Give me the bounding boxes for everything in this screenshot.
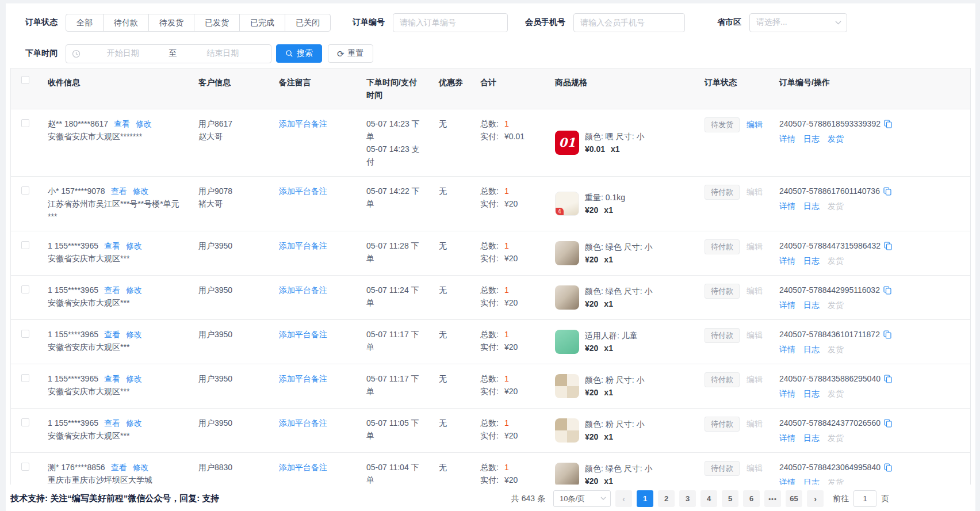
page-button-2[interactable]: 2 bbox=[658, 490, 675, 507]
status-filter-closed[interactable]: 已关闭 bbox=[285, 14, 331, 32]
more-pages-button[interactable]: ••• bbox=[764, 490, 781, 507]
order-no-input[interactable] bbox=[393, 13, 508, 32]
edit-status-link[interactable]: 编辑 bbox=[747, 419, 763, 428]
ship-link[interactable]: 发货 bbox=[828, 256, 844, 265]
status-filter-shipped[interactable]: 已发货 bbox=[194, 14, 240, 32]
page-button-4[interactable]: 4 bbox=[700, 490, 717, 507]
page-button-5[interactable]: 5 bbox=[722, 490, 738, 507]
copy-icon[interactable] bbox=[883, 187, 891, 196]
add-note-link[interactable]: 添加平台备注 bbox=[279, 186, 327, 196]
modify-link[interactable]: 修改 bbox=[136, 119, 152, 128]
page-button-last[interactable]: 65 bbox=[786, 490, 802, 507]
ship-link[interactable]: 发货 bbox=[828, 345, 844, 354]
ship-link[interactable]: 发货 bbox=[828, 433, 844, 443]
row-checkbox[interactable] bbox=[21, 418, 29, 426]
edit-status-link[interactable]: 编辑 bbox=[747, 242, 763, 251]
region-select[interactable]: 请选择... bbox=[749, 13, 847, 32]
page-button-3[interactable]: 3 bbox=[679, 490, 696, 507]
page-button-6[interactable]: 6 bbox=[743, 490, 760, 507]
log-link[interactable]: 日志 bbox=[803, 389, 820, 398]
modify-link[interactable]: 修改 bbox=[133, 463, 149, 472]
row-checkbox[interactable] bbox=[21, 285, 29, 293]
copy-icon[interactable] bbox=[883, 286, 891, 295]
detail-link[interactable]: 详情 bbox=[779, 345, 795, 354]
edit-status-link[interactable]: 编辑 bbox=[747, 375, 763, 384]
add-note-link[interactable]: 添加平台备注 bbox=[279, 463, 327, 472]
search-button[interactable]: 搜索 bbox=[276, 44, 322, 63]
modify-link[interactable]: 修改 bbox=[126, 285, 142, 295]
order-number: 240507-5788423064995840 bbox=[779, 461, 881, 474]
log-link[interactable]: 日志 bbox=[803, 134, 820, 143]
view-link[interactable]: 查看 bbox=[104, 418, 120, 428]
page-size-select[interactable]: 10条/页 bbox=[553, 490, 611, 507]
reset-button[interactable]: ⟳ 重置 bbox=[328, 44, 373, 63]
member-phone-input[interactable] bbox=[573, 13, 685, 32]
copy-icon[interactable] bbox=[884, 419, 892, 428]
log-link[interactable]: 日志 bbox=[803, 478, 820, 485]
row-checkbox[interactable] bbox=[21, 374, 29, 382]
detail-link[interactable]: 详情 bbox=[779, 134, 795, 143]
edit-status-link[interactable]: 编辑 bbox=[747, 330, 763, 340]
detail-link[interactable]: 详情 bbox=[779, 389, 795, 398]
copy-icon[interactable] bbox=[884, 463, 892, 472]
log-link[interactable]: 日志 bbox=[803, 201, 820, 211]
ship-link[interactable]: 发货 bbox=[828, 300, 844, 310]
view-link[interactable]: 查看 bbox=[111, 186, 127, 196]
row-checkbox[interactable] bbox=[21, 463, 29, 471]
goto-page-input[interactable] bbox=[853, 490, 876, 507]
view-link[interactable]: 查看 bbox=[104, 241, 120, 250]
row-checkbox[interactable] bbox=[21, 330, 29, 338]
view-link[interactable]: 查看 bbox=[104, 285, 120, 295]
view-link[interactable]: 查看 bbox=[104, 330, 120, 339]
ship-link[interactable]: 发货 bbox=[828, 389, 844, 398]
view-link[interactable]: 查看 bbox=[104, 374, 120, 383]
select-all-checkbox[interactable] bbox=[21, 76, 29, 84]
edit-status-link[interactable]: 编辑 bbox=[747, 187, 763, 196]
edit-status-link[interactable]: 编辑 bbox=[747, 286, 763, 295]
row-checkbox[interactable] bbox=[21, 241, 29, 249]
next-page-button[interactable]: › bbox=[807, 490, 824, 507]
status-filter-completed[interactable]: 已完成 bbox=[239, 14, 285, 32]
copy-icon[interactable] bbox=[884, 375, 892, 383]
log-link[interactable]: 日志 bbox=[803, 256, 820, 265]
modify-link[interactable]: 修改 bbox=[126, 374, 142, 383]
detail-link[interactable]: 详情 bbox=[779, 478, 795, 485]
add-note-link[interactable]: 添加平台备注 bbox=[279, 418, 327, 428]
edit-status-link[interactable]: 编辑 bbox=[747, 120, 763, 129]
add-note-link[interactable]: 添加平台备注 bbox=[279, 374, 327, 383]
detail-link[interactable]: 详情 bbox=[779, 433, 795, 443]
status-filter-pending-payment[interactable]: 待付款 bbox=[103, 14, 149, 32]
copy-icon[interactable] bbox=[884, 242, 892, 250]
ship-link[interactable]: 发货 bbox=[828, 478, 844, 485]
ship-link[interactable]: 发货 bbox=[828, 201, 844, 211]
date-range-picker[interactable]: 开始日期 至 结束日期 bbox=[66, 44, 271, 63]
copy-icon[interactable] bbox=[883, 330, 891, 339]
log-link[interactable]: 日志 bbox=[803, 433, 820, 443]
ship-link[interactable]: 发货 bbox=[828, 134, 844, 143]
product-price: ¥20 bbox=[585, 388, 598, 397]
log-link[interactable]: 日志 bbox=[803, 345, 820, 354]
log-link[interactable]: 日志 bbox=[803, 300, 820, 310]
copy-icon[interactable] bbox=[884, 120, 892, 128]
prev-page-button[interactable]: ‹ bbox=[615, 490, 632, 507]
detail-link[interactable]: 详情 bbox=[779, 256, 795, 265]
add-note-link[interactable]: 添加平台备注 bbox=[279, 330, 327, 339]
add-note-link[interactable]: 添加平台备注 bbox=[279, 241, 327, 250]
status-filter-pending-shipment[interactable]: 待发货 bbox=[148, 14, 194, 32]
modify-link[interactable]: 修改 bbox=[133, 186, 149, 196]
page-button-1[interactable]: 1 bbox=[637, 490, 653, 507]
status-filter-all[interactable]: 全部 bbox=[66, 14, 104, 32]
detail-link[interactable]: 详情 bbox=[779, 201, 795, 211]
view-link[interactable]: 查看 bbox=[111, 463, 127, 472]
modify-link[interactable]: 修改 bbox=[126, 418, 142, 428]
add-note-link[interactable]: 添加平台备注 bbox=[279, 285, 327, 295]
add-note-link[interactable]: 添加平台备注 bbox=[279, 119, 327, 128]
row-checkbox[interactable] bbox=[21, 186, 29, 195]
view-link[interactable]: 查看 bbox=[114, 119, 130, 128]
modify-link[interactable]: 修改 bbox=[126, 330, 142, 339]
customer-id: 用户3950 bbox=[198, 372, 263, 385]
edit-status-link[interactable]: 编辑 bbox=[747, 463, 763, 472]
row-checkbox[interactable] bbox=[21, 119, 29, 127]
modify-link[interactable]: 修改 bbox=[126, 241, 142, 250]
detail-link[interactable]: 详情 bbox=[779, 300, 795, 310]
